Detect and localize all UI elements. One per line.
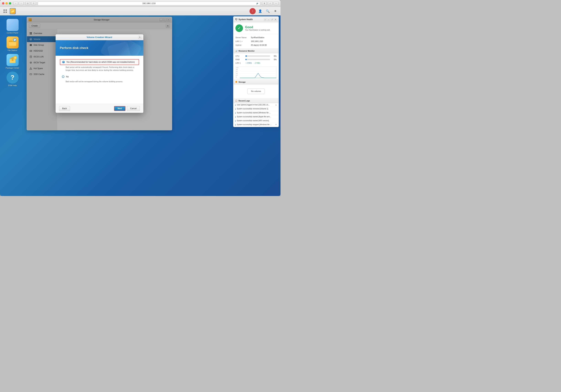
- search-icon[interactable]: 🔍: [265, 8, 271, 14]
- notification-icon[interactable]: !: [249, 8, 256, 14]
- shield-icon: 🛡: [235, 18, 237, 21]
- active-app-icon[interactable]: 📁: [10, 8, 16, 14]
- window-mode-button[interactable]: ⊡: [25, 2, 30, 5]
- storage-title: Storage: [238, 81, 246, 83]
- cpu-label: CPU: [235, 55, 244, 57]
- svg-rect-2: [3, 11, 5, 13]
- minimize-traffic-light[interactable]: [6, 2, 8, 4]
- dsm-help-icon-image: ?: [7, 72, 19, 83]
- share-button[interactable]: ⬆: [262, 2, 267, 5]
- lan-upload-speed: ↑ 2 KB/s: [245, 62, 252, 64]
- package-center-icon-image: +: [7, 54, 19, 66]
- radio-no-input[interactable]: [62, 75, 64, 78]
- back-button[interactable]: ‹: [13, 2, 18, 5]
- server-name-row: Server Name SynRackStation: [235, 36, 277, 39]
- lan-value: 192.168.1.210: [251, 40, 263, 42]
- scroll-up-icon[interactable]: ▲: [275, 104, 277, 106]
- log-item-1: ℹ System successfully removed [Volume 1]…: [233, 107, 279, 111]
- radio-yes-input[interactable]: [62, 61, 65, 63]
- system-health-header: 🛡 System Health + − ↗ ✕: [233, 17, 279, 22]
- menu-icon[interactable]: ≡: [272, 8, 279, 14]
- file-station-label: File Station: [8, 49, 17, 52]
- control-panel-icon-image: [7, 19, 19, 31]
- cancel-button[interactable]: Cancel: [127, 106, 140, 111]
- wizard-header: Perform disk check: [57, 40, 143, 56]
- cpu-pct: 6%: [271, 55, 277, 57]
- toolbar-right-actions: ! 👤 🔍 ≡: [249, 8, 279, 14]
- wizard-title: Volume Creation Wizard: [86, 36, 112, 39]
- system-health-title: System Health: [238, 18, 253, 21]
- maximize-traffic-light[interactable]: [9, 2, 11, 4]
- grid-view-button[interactable]: ⠿: [31, 2, 36, 5]
- desktop-icon-package-center[interactable]: + Package Center: [3, 54, 22, 69]
- resource-monitor-section: 📊 Resource Monitor CPU 6% RAM: [233, 49, 279, 80]
- cpu-row: CPU 6%: [235, 54, 277, 58]
- uptime-label: Uptime: [235, 44, 251, 46]
- next-button[interactable]: Next: [114, 106, 125, 111]
- dsm-help-label: DSM Help: [8, 84, 17, 86]
- wizard-overlay: Volume Creation Wizard ✕ Perform disk ch…: [57, 29, 172, 130]
- wizard-close-button[interactable]: ✕: [138, 36, 142, 39]
- panel-expand-btn[interactable]: ↗: [271, 18, 273, 21]
- apps-grid-icon[interactable]: [2, 8, 8, 14]
- no-volume-button[interactable]: No volume: [248, 89, 265, 94]
- close-traffic-light[interactable]: [2, 2, 4, 4]
- uptime-value: 25 day(s) 10:34:30: [251, 44, 267, 46]
- wizard-header-title: Perform disk check: [60, 46, 88, 50]
- sound-icon: 🔊: [256, 2, 259, 4]
- browser-nav-buttons: ‹ ›: [13, 2, 23, 5]
- logs-icon: 📋: [235, 100, 237, 102]
- scroll-down-icon[interactable]: ▼: [275, 124, 277, 125]
- log-icon-1: ℹ: [235, 108, 236, 110]
- radio-option-no[interactable]: No Bad sector will not be remapped durin…: [60, 74, 139, 83]
- health-details: Server Name SynRackStation LAN 1 ▼ 192.1…: [233, 34, 279, 49]
- desktop-sidebar: Control Panel 🔍 File Station: [0, 15, 25, 196]
- wizard-dialog: Volume Creation Wizard ✕ Perform disk ch…: [57, 34, 143, 113]
- panel-close-btn[interactable]: ✕: [274, 18, 277, 21]
- svg-rect-1: [6, 10, 7, 11]
- recent-logs-header: 📋 Recent Logs: [233, 98, 279, 103]
- radio-yes-label: Yes (Recommended for hard disks on which…: [66, 61, 135, 63]
- storage-content: No volume: [233, 84, 279, 98]
- storage-section: 🔶 Storage No volume: [233, 80, 279, 98]
- panel-add-btn[interactable]: +: [264, 18, 267, 21]
- health-status-icon: ✓: [235, 24, 243, 32]
- log-item-0: ℹ User [admin] logged in from [192.168.1…: [233, 103, 279, 107]
- svg-rect-11: [12, 59, 13, 61]
- address-bar[interactable]: 192.168.1.210 🔊: [38, 1, 260, 6]
- desktop-icon-control-panel[interactable]: Control Panel: [3, 19, 22, 34]
- control-panel-label: Control Panel: [7, 32, 18, 34]
- log-icon-4: ℹ: [235, 120, 236, 122]
- resource-monitor-header: 📊 Resource Monitor: [233, 49, 279, 53]
- panel-minimize-btn[interactable]: −: [267, 18, 270, 21]
- lan-row: LAN 1 ▼ 192.168.1.210: [235, 39, 277, 43]
- health-text: Good Your RackStation is working well.: [245, 25, 270, 31]
- back-button[interactable]: Back: [59, 106, 70, 111]
- health-status-content: ✓ Good Your RackStation is working well.: [233, 22, 279, 34]
- log-item-2: ℹ System successfully started [Windows f…: [233, 111, 279, 115]
- ram-pct: 5%: [271, 58, 277, 61]
- svg-rect-3: [6, 11, 7, 13]
- address-text: 192.168.1.210: [142, 2, 156, 5]
- fullscreen-button[interactable]: ⤢: [268, 2, 273, 5]
- log-text-3: System successfully started [Apple file …: [237, 116, 271, 118]
- resource-monitor-title: Resource Monitor: [238, 50, 255, 52]
- log-icon-5: ℹ: [235, 124, 236, 126]
- chart-y-labels: 100 80 60 40 20 0: [236, 67, 239, 78]
- add-tab-button[interactable]: +: [274, 2, 279, 5]
- desktop-icon-file-station[interactable]: 🔍 File Station: [3, 36, 22, 52]
- lan-speeds: ↑ 2 KB/s ↓ 2 KB/s: [245, 62, 260, 64]
- log-text-2: System successfully started [Windows fil…: [237, 112, 270, 114]
- forward-button[interactable]: ›: [19, 2, 23, 5]
- desktop-icon-dsm-help[interactable]: ? DSM Help: [3, 72, 22, 86]
- radio-option-yes[interactable]: Yes (Recommended for hard disks on which…: [60, 59, 139, 72]
- log-text-0: User [admin] logged in from [192.168.1.6…: [237, 104, 270, 106]
- panel-header-controls: + − ↗ ✕: [264, 18, 277, 21]
- ram-bar: [245, 59, 247, 60]
- svg-rect-0: [3, 10, 5, 11]
- mac-titlebar: ‹ › ⊡ ⠿ 192.168.1.210 🔊 ⬆ ⤢ +: [0, 0, 280, 7]
- radio-yes-header[interactable]: Yes (Recommended for hard disks on which…: [60, 59, 139, 65]
- radio-no-header[interactable]: No: [60, 74, 139, 79]
- lan-download-speed: ↓ 2 KB/s: [254, 62, 260, 64]
- user-icon[interactable]: 👤: [257, 8, 263, 14]
